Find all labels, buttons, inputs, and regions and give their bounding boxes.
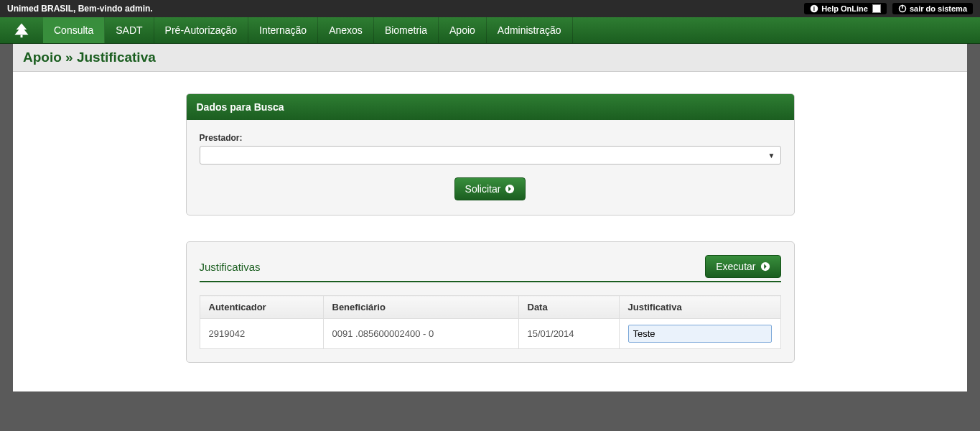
search-panel-title: Dados para Busca: [187, 94, 794, 120]
content-area: Apoio » Justificativa Dados para Busca P…: [13, 44, 967, 391]
cell-data: 15/01/2014: [518, 319, 619, 349]
topbar: Unimed BRASIL, Bem-vindo admin. i Help O…: [0, 0, 980, 17]
table-row: 2919042 0091 .085600002400 - 0 15/01/201…: [200, 319, 780, 349]
nav-pre-autorizacao[interactable]: Pré-Autorização: [154, 17, 248, 43]
nav-administracao[interactable]: Administração: [487, 17, 573, 43]
results-title: Justificativas: [200, 261, 261, 273]
prestador-label: Prestador:: [200, 133, 781, 143]
help-online-checkbox[interactable]: [872, 4, 881, 13]
help-online-button[interactable]: i Help OnLine: [804, 3, 887, 14]
help-online-label: Help OnLine: [821, 4, 868, 13]
welcome-text: Unimed BRASIL, Bem-vindo admin.: [7, 4, 804, 14]
cell-autenticador: 2919042: [200, 319, 323, 349]
breadcrumb: Apoio » Justificativa: [23, 50, 957, 65]
tree-icon: [11, 22, 32, 38]
nav-sadt[interactable]: SADT: [105, 17, 154, 43]
col-data: Data: [518, 296, 619, 319]
solicitar-button[interactable]: Solicitar: [454, 177, 526, 200]
breadcrumb-bar: Apoio » Justificativa: [13, 44, 967, 72]
justificativa-input[interactable]: [628, 325, 772, 343]
nav-internacao[interactable]: Internação: [248, 17, 318, 43]
nav-anexos[interactable]: Anexos: [318, 17, 374, 43]
exit-label: sair do sistema: [910, 4, 967, 13]
svg-text:i: i: [813, 6, 815, 12]
justificativas-table: Autenticador Beneficiário Data Justifica…: [200, 295, 781, 349]
cell-justificativa: [619, 319, 780, 349]
info-icon: i: [810, 4, 818, 13]
nav-biometria[interactable]: Biometria: [374, 17, 439, 43]
nav-apoio[interactable]: Apoio: [439, 17, 487, 43]
prestador-select[interactable]: [200, 146, 781, 164]
executar-label: Executar: [716, 261, 755, 272]
col-autenticador: Autenticador: [200, 296, 323, 319]
arrow-right-circle-icon: [760, 261, 770, 272]
col-beneficiario: Beneficiário: [323, 296, 518, 319]
svg-rect-4: [21, 35, 23, 38]
results-panel: Justificativas Executar Autenticador Ben…: [186, 241, 795, 363]
arrow-right-circle-icon: [505, 184, 515, 194]
solicitar-label: Solicitar: [465, 183, 501, 195]
nav-consulta[interactable]: Consulta: [43, 17, 105, 43]
search-panel: Dados para Busca Prestador: ▼ Solicitar: [186, 93, 795, 216]
main-nav: Consulta SADT Pré-Autorização Internação…: [0, 17, 980, 44]
executar-button[interactable]: Executar: [705, 255, 780, 278]
logo[interactable]: [0, 17, 43, 43]
exit-button[interactable]: sair do sistema: [892, 3, 973, 14]
power-icon: [898, 4, 907, 13]
cell-beneficiario: 0091 .085600002400 - 0: [323, 319, 518, 349]
col-justificativa: Justificativa: [619, 296, 780, 319]
